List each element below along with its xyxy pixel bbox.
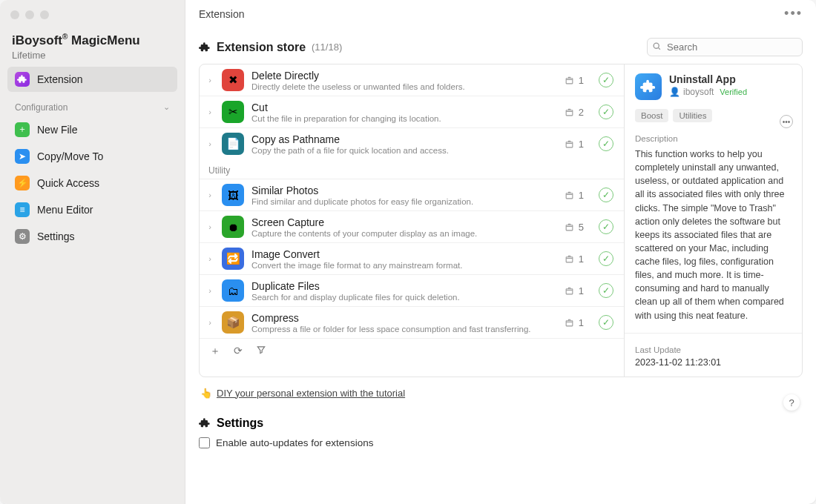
svg-rect-4 [566,142,573,147]
svg-rect-6 [566,225,573,230]
extension-row[interactable]: › 🗂 Duplicate Files Search for and displ… [200,275,624,307]
tags: Boost Utilities [635,109,792,122]
detail-title: Uninstall App [669,73,747,85]
pointer-icon: 👆 [200,388,212,399]
extension-name: Cut [251,102,547,113]
sidebar-icon: ＋ [15,122,30,137]
package-icon [565,318,574,328]
extension-desc: Capture the contents of your computer di… [251,229,547,238]
chevron-right-icon[interactable]: › [205,286,214,295]
add-button[interactable]: ＋ [210,345,220,358]
auto-update-label: Enable auto-updates for extensions [216,437,373,448]
package-icon [565,286,574,296]
diy-link[interactable]: DIY your personal extension with the tut… [217,388,405,399]
traffic-close[interactable] [10,10,19,19]
tag-boost[interactable]: Boost [635,109,668,122]
extension-name: Screen Capture [251,216,547,228]
sidebar: iBoysoft® MagicMenu Lifetime Extension C… [0,0,185,504]
installed-check-icon[interactable]: ✓ [599,73,613,87]
svg-rect-5 [566,193,573,198]
sidebar-item-menu-editor[interactable]: ≡ Menu Editor [7,197,177,222]
extension-row[interactable]: › 🖼 Similar Photos Find similar and dupl… [200,179,624,211]
extension-icon: ✂ [222,101,244,123]
sidebar-item-label: Quick Access [37,177,99,189]
diy-hint: 👆 DIY your personal extension with the t… [200,388,801,399]
svg-rect-7 [566,256,573,262]
extension-row[interactable]: › 📄 Copy as Pathname Copy the path of a … [200,128,624,159]
installed-check-icon[interactable]: ✓ [599,105,613,119]
sidebar-item-settings[interactable]: ⚙ Settings [7,224,177,249]
extension-row[interactable]: › 🔁 Image Convert Convert the image file… [200,243,624,275]
extension-count: 1 [554,317,584,328]
detail-more-icon[interactable]: ••• [780,115,793,128]
help-button[interactable]: ? [783,394,800,411]
tag-utilities[interactable]: Utilities [673,109,712,122]
chevron-right-icon[interactable]: › [205,190,214,199]
extension-desc: Directly delete the useless or unwanted … [251,82,547,91]
extension-row[interactable]: › 📦 Compress Compress a file or folder f… [200,307,624,338]
extension-count: 5 [554,222,584,233]
sidebar-item-new-file[interactable]: ＋ New File [7,117,177,142]
sidebar-item-quick-access[interactable]: ⚡ Quick Access [7,170,177,196]
extension-row[interactable]: › ✂ Cut Cut the file in preparation for … [200,96,624,128]
extension-count: 1 [554,139,584,150]
sidebar-icon: ⚙ [15,229,30,244]
chevron-right-icon[interactable]: › [205,139,214,148]
chevron-right-icon[interactable]: › [205,254,214,263]
store-heading: Extension store (11/18) [199,41,342,54]
more-icon[interactable]: ••• [784,6,803,21]
extension-desc: Compress a file or folder for less space… [251,325,547,334]
package-icon [565,107,574,117]
chevron-right-icon[interactable]: › [205,318,214,327]
extension-name: Copy as Pathname [251,133,547,145]
search-icon [652,42,662,51]
sidebar-item-label: Settings [37,231,75,242]
svg-rect-3 [566,110,573,115]
config-section-header[interactable]: Configuration ⌄ [7,92,177,116]
sidebar-item-copy-move-to[interactable]: ➤ Copy/Move To [7,144,177,169]
chevron-right-icon[interactable]: › [205,222,214,231]
extension-name: Delete Directly [251,70,547,82]
page-title: Extension [199,8,244,20]
refresh-button[interactable]: ⟳ [234,345,243,358]
installed-check-icon[interactable]: ✓ [599,315,613,330]
sidebar-item-label: Copy/Move To [37,150,103,162]
installed-check-icon[interactable]: ✓ [599,251,613,266]
extension-icon: 📦 [222,311,244,334]
search-input[interactable] [647,38,803,56]
sidebar-item-label: Menu Editor [37,204,93,216]
puzzle-icon [199,42,211,53]
traffic-min[interactable] [25,10,34,19]
puzzle-icon [15,72,30,87]
svg-rect-8 [566,288,573,294]
extension-desc: Convert the image file format to any mai… [251,261,547,270]
chevron-right-icon[interactable]: › [205,76,214,84]
extension-icon: 🗂 [222,279,244,302]
extension-count: 1 [554,75,584,86]
auto-update-checkbox[interactable] [199,437,210,448]
extension-name: Similar Photos [251,185,547,196]
update-label: Last Update [635,345,792,354]
filter-button[interactable] [256,345,266,358]
traffic-max[interactable] [40,10,49,19]
svg-rect-2 [566,78,573,83]
auto-update-row[interactable]: Enable auto-updates for extensions [199,437,803,448]
update-value: 2023-11-02 11:23:01 [635,357,792,368]
installed-check-icon[interactable]: ✓ [599,188,613,202]
extension-row[interactable]: › ⏺ Screen Capture Capture the contents … [200,211,624,243]
search-field[interactable] [647,38,803,56]
app-title: iBoysoft® MagicMenu [12,33,173,48]
installed-check-icon[interactable]: ✓ [599,219,613,234]
installed-check-icon[interactable]: ✓ [599,283,613,298]
extension-count: 1 [554,253,584,265]
sidebar-item-extension[interactable]: Extension [7,67,177,92]
extension-desc: Cut the file in preparation for changing… [251,114,547,123]
installed-check-icon[interactable]: ✓ [599,136,613,151]
extension-name: Duplicate Files [251,280,547,292]
desc-label: Description [635,134,792,143]
extension-count: 1 [554,190,584,201]
extension-row[interactable]: › ✖ Delete Directly Directly delete the … [200,64,624,96]
chevron-right-icon[interactable]: › [205,107,214,116]
extension-list: › ✖ Delete Directly Directly delete the … [200,64,624,377]
category-utility: Utility [200,159,624,179]
